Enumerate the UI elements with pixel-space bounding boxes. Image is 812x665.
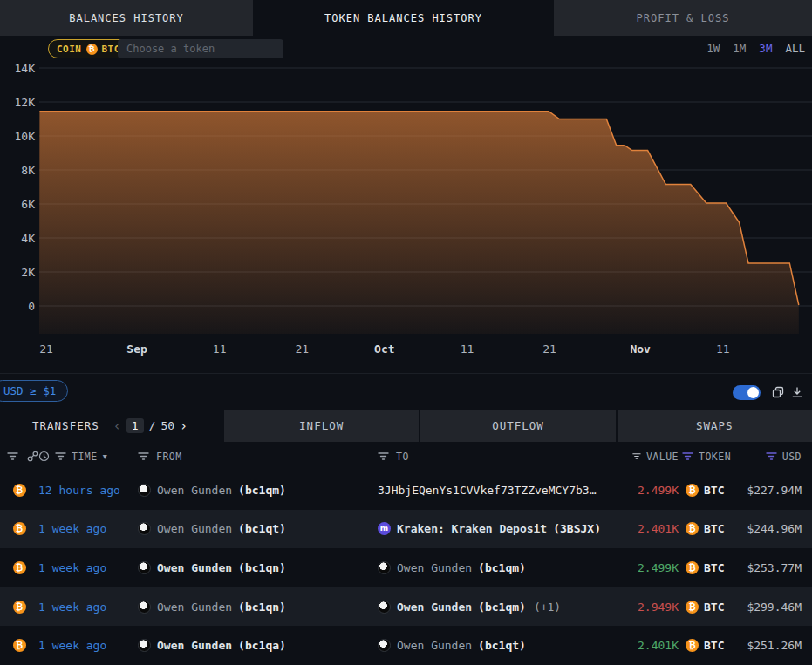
token-search-input[interactable] <box>118 39 283 58</box>
filter-icon[interactable] <box>632 451 641 461</box>
entity-name: Owen Gunden <box>157 639 232 652</box>
table-row[interactable]: ₿1 week agoOwen Gunden(bc1qt)mKraken: Kr… <box>0 510 812 549</box>
tab-token-balances-history-label: TOKEN BALANCES HISTORY <box>324 12 482 24</box>
entity-address-id: (bc1qm) <box>478 561 526 574</box>
token-cell: ₿BTC <box>679 639 737 652</box>
y-axis-label: 2K <box>21 266 35 279</box>
tab-transfers[interactable]: TRANSFERS ‹ 1 / 50 › <box>0 410 222 442</box>
transfer-usd-value: $253.77M <box>747 561 812 574</box>
page-total: 50 <box>160 419 174 432</box>
transfer-time-link[interactable]: 1 week ago <box>38 522 131 535</box>
col-token-label: TOKEN <box>699 451 731 463</box>
filter-icon-active[interactable] <box>682 451 693 461</box>
table-row[interactable]: ₿1 week agoOwen Gunden(bc1qn)Owen Gunden… <box>0 587 812 627</box>
table-row[interactable]: ₿1 week agoOwen Gunden(bc1qa)Owen Gunden… <box>0 626 812 665</box>
entity-name: Owen Gunden <box>397 561 472 574</box>
pagination: ‹ 1 / 50 › <box>113 418 188 434</box>
token-cell: ₿BTC <box>679 484 737 497</box>
token-cell: ₿BTC <box>679 522 737 535</box>
from-entity[interactable]: Owen Gunden(bc1qn) <box>138 561 375 574</box>
to-cell: Owen Gunden(bc1qt) <box>375 639 632 652</box>
token-symbol: BTC <box>704 639 724 652</box>
range-all[interactable]: ALL <box>785 42 805 55</box>
to-cell: mKraken: Kraken Deposit(3BSJX) <box>375 522 632 535</box>
x-axis-label: 11 <box>716 343 730 356</box>
filter-toggle[interactable] <box>733 385 761 400</box>
from-cell: Owen Gunden(bc1qn) <box>131 601 375 614</box>
tab-outflow-label: OUTFLOW <box>492 419 544 432</box>
to-entity[interactable]: Owen Gunden(bc1qt) <box>378 639 632 652</box>
col-to-label: TO <box>396 451 409 463</box>
col-time-label: TIME <box>72 451 98 463</box>
to-entity[interactable]: mKraken: Kraken Deposit(3BSJX) <box>378 522 632 535</box>
to-cell: Owen Gunden(bc1qm) <box>375 561 632 574</box>
transfer-value: 2.499K <box>638 484 679 497</box>
tab-profit-loss[interactable]: PROFIT & LOSS <box>554 0 812 36</box>
from-entity[interactable]: Owen Gunden(bc1qm) <box>138 484 375 497</box>
tab-balances-history[interactable]: BALANCES HISTORY <box>0 0 253 36</box>
range-3m[interactable]: 3M <box>759 42 772 55</box>
entity-name: Kraken: Kraken Deposit <box>397 522 547 535</box>
filter-icon[interactable] <box>138 451 149 461</box>
transfer-time-link[interactable]: 12 hours ago <box>38 484 131 497</box>
y-axis-label: 14K <box>15 62 36 75</box>
page-next-button[interactable]: › <box>180 418 188 434</box>
btc-icon: ₿ <box>686 561 699 574</box>
btc-icon: ₿ <box>686 522 699 535</box>
entity-avatar <box>138 601 151 614</box>
tab-balances-history-label: BALANCES HISTORY <box>69 12 184 24</box>
x-axis-label: 21 <box>542 343 556 356</box>
filter-icon[interactable] <box>7 451 18 461</box>
copy-button[interactable] <box>771 385 785 399</box>
entity-name: Owen Gunden <box>157 522 232 535</box>
filter-icon[interactable] <box>378 451 389 461</box>
transfer-time-link[interactable]: 1 week ago <box>38 639 131 652</box>
download-button[interactable] <box>790 385 804 399</box>
balance-line <box>39 112 798 305</box>
table-row[interactable]: ₿12 hours agoOwen Gunden(bc1qm)3JHbjEQen… <box>0 471 812 510</box>
coin-filter-badge[interactable]: COIN ₿ BTC <box>48 39 129 58</box>
tab-transfers-label: TRANSFERS <box>32 419 99 432</box>
to-entity[interactable]: Owen Gunden(bc1qm) <box>378 561 632 574</box>
col-usd-label: USD <box>782 451 802 463</box>
from-cell: Owen Gunden(bc1qm) <box>131 484 375 497</box>
transfers-table: ₿12 hours agoOwen Gunden(bc1qm)3JHbjEQen… <box>0 471 812 665</box>
x-axis-label: Nov <box>630 343 651 356</box>
tab-outflow[interactable]: OUTFLOW <box>419 410 615 442</box>
tab-swaps[interactable]: SWAPS <box>616 410 812 442</box>
transfer-usd-value: $227.94M <box>747 484 812 497</box>
to-entity[interactable]: Owen Gunden(bc1qm)(+1) <box>378 601 632 614</box>
transfer-time-link[interactable]: 1 week ago <box>38 601 131 614</box>
tab-token-balances-history[interactable]: TOKEN BALANCES HISTORY <box>253 0 554 36</box>
y-axis-label: 12K <box>15 96 36 109</box>
row-chain-cell: ₿ <box>13 601 26 614</box>
page-separator: / <box>149 419 156 432</box>
from-entity[interactable]: Owen Gunden(bc1qn) <box>138 601 375 614</box>
caret-down-icon[interactable]: ▾ <box>103 451 108 461</box>
token-symbol: BTC <box>704 522 724 535</box>
filter-icon[interactable] <box>55 451 66 461</box>
page-prev-button[interactable]: ‹ <box>113 418 121 434</box>
top-tab-bar: BALANCES HISTORY TOKEN BALANCES HISTORY … <box>0 0 812 36</box>
transfer-time-link[interactable]: 1 week ago <box>38 561 131 574</box>
entity-extra-count: (+1) <box>534 601 561 614</box>
filter-icon-active[interactable] <box>766 451 777 461</box>
transfer-value: 2.499K <box>638 561 679 574</box>
from-entity[interactable]: Owen Gunden(bc1qa) <box>138 639 375 652</box>
to-entity[interactable]: 3JHbjEQenYs1CVVkef73TZZveMCY7b3… <box>378 484 632 497</box>
entity-address-id: (bc1qa) <box>238 639 286 652</box>
link-icon[interactable] <box>27 451 38 462</box>
usd-filter-chip[interactable]: USD ≥ $1 <box>0 380 68 402</box>
range-1w[interactable]: 1W <box>706 42 720 55</box>
tab-inflow[interactable]: INFLOW <box>222 410 419 442</box>
transfer-value: 2.401K <box>638 522 679 535</box>
from-entity[interactable]: Owen Gunden(bc1qt) <box>138 522 375 535</box>
range-1m[interactable]: 1M <box>733 42 746 55</box>
btc-icon: ₿ <box>686 484 699 497</box>
clock-icon[interactable] <box>38 451 50 462</box>
entity-name: Owen Gunden <box>397 601 472 614</box>
col-value-label: VALUE <box>646 451 679 463</box>
entity-address-id: (bc1qt) <box>238 522 286 535</box>
btc-icon: ₿ <box>686 639 699 652</box>
table-row[interactable]: ₿1 week agoOwen Gunden(bc1qn)Owen Gunden… <box>0 548 812 587</box>
